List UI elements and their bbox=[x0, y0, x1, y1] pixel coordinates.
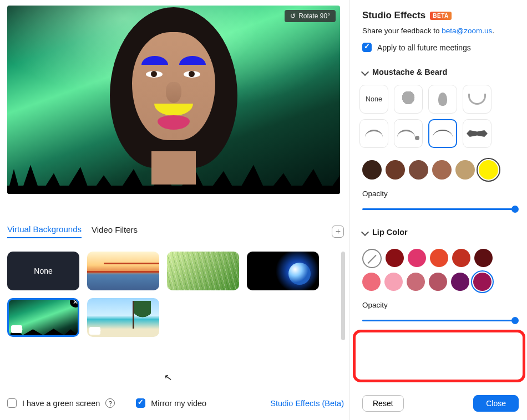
lip-color-swatch[interactable] bbox=[429, 273, 447, 291]
beard-option-handlebar[interactable] bbox=[359, 119, 388, 148]
section-moustache-toggle[interactable]: Moustache & Beard bbox=[362, 68, 519, 76]
chevron-down-icon bbox=[361, 68, 369, 76]
reset-button[interactable]: Reset bbox=[362, 395, 404, 412]
camera-icon bbox=[11, 325, 22, 333]
rotate-label: Rotate 90° bbox=[298, 12, 330, 20]
section-lip-toggle[interactable]: Lip Color bbox=[362, 228, 519, 237]
beard-color-swatch[interactable] bbox=[432, 160, 452, 180]
bg-option-none[interactable]: None bbox=[7, 252, 79, 290]
beard-color-swatch[interactable] bbox=[409, 160, 428, 180]
moustache-opacity-slider[interactable] bbox=[362, 206, 516, 212]
camera-icon bbox=[89, 327, 100, 335]
beta-badge: BETA bbox=[430, 12, 451, 20]
beard-option-thin-moustache[interactable] bbox=[428, 119, 457, 148]
panel-title-text: Studio Effects bbox=[362, 10, 425, 21]
lip-color-swatch[interactable] bbox=[474, 249, 493, 267]
rotate-icon: ↺ bbox=[290, 12, 296, 20]
lip-color-swatch[interactable] bbox=[386, 249, 404, 267]
beard-option-thick-moustache[interactable] bbox=[463, 119, 491, 148]
rotate-button[interactable]: ↺ Rotate 90° bbox=[285, 10, 336, 22]
beard-color-swatch[interactable] bbox=[479, 160, 498, 180]
bg-option-earth[interactable] bbox=[247, 252, 319, 290]
lip-color-swatch[interactable] bbox=[452, 249, 470, 267]
beard-option-goatee[interactable] bbox=[428, 85, 457, 114]
beard-color-swatch[interactable] bbox=[455, 160, 475, 180]
bg-option-aurora[interactable]: ✕ bbox=[7, 298, 79, 337]
feedback-text: Share your feedback to beta@zoom.us. bbox=[362, 27, 519, 35]
close-button[interactable]: Close bbox=[473, 395, 519, 412]
bg-option-bridge[interactable] bbox=[87, 252, 159, 290]
apply-all-checkbox[interactable] bbox=[362, 43, 372, 52]
mirror-label: Mirror my video bbox=[151, 399, 206, 408]
beard-color-swatch[interactable] bbox=[386, 160, 405, 180]
video-preview: ↺ Rotate 90° bbox=[7, 6, 340, 194]
beard-option-full[interactable] bbox=[394, 85, 423, 114]
section-moustache-label: Moustache & Beard bbox=[372, 68, 447, 76]
lip-color-swatch[interactable] bbox=[407, 273, 425, 291]
panel-title: Studio Effects BETA bbox=[362, 10, 519, 21]
tab-virtual-backgrounds[interactable]: Virtual Backgrounds bbox=[7, 224, 82, 238]
add-background-button[interactable]: ＋ bbox=[332, 226, 344, 238]
section-lip-label: Lip Color bbox=[372, 228, 408, 237]
tab-video-filters[interactable]: Video Filters bbox=[92, 225, 138, 238]
lip-color-swatch[interactable] bbox=[451, 273, 469, 291]
beard-color-swatch[interactable] bbox=[362, 160, 382, 180]
lip-color-swatch[interactable] bbox=[430, 249, 448, 267]
green-screen-checkbox[interactable] bbox=[7, 398, 17, 408]
highlight-box bbox=[353, 330, 525, 382]
beard-option-chinstrap[interactable] bbox=[463, 85, 491, 114]
cursor-icon: ↖ bbox=[163, 371, 173, 384]
green-screen-label: I have a green screen bbox=[22, 399, 100, 408]
studio-effects-link[interactable]: Studio Effects (Beta) bbox=[270, 399, 344, 408]
beard-option-soulpatch[interactable] bbox=[394, 119, 423, 148]
lip-color-swatch[interactable] bbox=[473, 273, 491, 291]
mirror-checkbox[interactable] bbox=[136, 398, 145, 408]
chevron-down-icon bbox=[361, 228, 369, 236]
feedback-email-link[interactable]: beta@zoom.us bbox=[442, 27, 492, 35]
lip-color-swatch[interactable] bbox=[362, 273, 381, 291]
help-icon[interactable]: ? bbox=[105, 398, 115, 408]
background-grid: None ✕ bbox=[7, 252, 344, 337]
moustache-opacity-label: Opacity bbox=[362, 189, 519, 198]
lip-color-none[interactable] bbox=[362, 249, 382, 268]
bg-option-beach[interactable] bbox=[87, 298, 159, 337]
bg-option-grass[interactable] bbox=[167, 252, 239, 290]
lip-color-swatch[interactable] bbox=[384, 273, 403, 291]
scrollbar[interactable] bbox=[341, 252, 345, 340]
lip-opacity-label: Opacity bbox=[362, 301, 519, 309]
lip-opacity-slider[interactable] bbox=[362, 317, 516, 324]
apply-all-label: Apply to all future meetings bbox=[377, 43, 471, 52]
lip-color-swatch[interactable] bbox=[408, 249, 426, 267]
beard-option-none[interactable]: None bbox=[359, 85, 388, 114]
remove-background-button[interactable]: ✕ bbox=[70, 298, 79, 308]
